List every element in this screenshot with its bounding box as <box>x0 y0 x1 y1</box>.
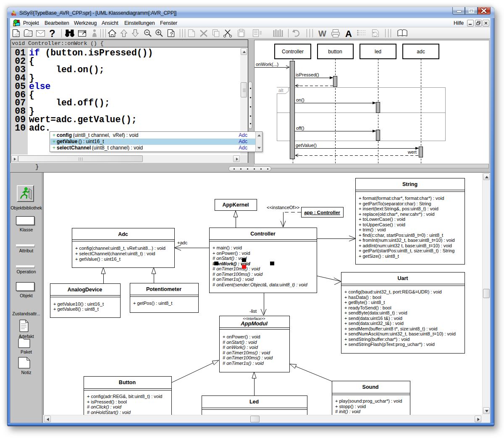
svg-text:+ format(format:char*, format:: + format(format:char*, format:char*) : v… <box>359 196 444 201</box>
svg-text:# onEvent(sender:Object&, data: # onEvent(sender:Object&, data:uint8_t) … <box>213 282 308 287</box>
svg-text:# onTimer10ms() : void: # onTimer10ms() : void <box>223 350 270 355</box>
svg-text:+ readyToSend() : bool: + readyToSend() : bool <box>344 305 391 310</box>
svg-text:led: led <box>375 49 381 55</box>
svg-text:off(): off() <box>296 126 304 131</box>
svg-text:+ getValue8() : uint8_t: + getValue8() : uint8_t <box>53 306 99 312</box>
svg-text:alt: alt <box>278 88 284 93</box>
svg-text:# onTimer1s() : void: # onTimer1s() : void <box>223 361 264 366</box>
svg-text:getValue(): getValue() <box>296 143 317 148</box>
svg-text:+ insert(text:String&, pos:uin: + insert(text:String&, pos:uint8_t) : vo… <box>359 206 438 211</box>
svg-text:AnalogDevice: AnalogDevice <box>68 287 102 293</box>
svg-text:AppKernel: AppKernel <box>222 202 249 208</box>
svg-text:Controller: Controller <box>282 49 304 55</box>
svg-text:+ getValue() : uint16_t: + getValue() : uint16_t <box>75 257 121 262</box>
svg-text:+ getSize() : uint8_t: + getSize() : uint8_t <box>359 254 399 259</box>
svg-text:+ fromInt(num:uint32_t, base:u: + fromInt(num:uint32_t, base:uint8_t=10)… <box>359 238 455 243</box>
svg-text:+ selectChannel(channel:uint8_: + selectChannel(channel:uint8_t) : void <box>75 251 155 256</box>
svg-text:+ toUpperCase() : void: + toUpperCase() : void <box>359 222 405 227</box>
svg-text:# onHoldStart() : void: # onHoldStart() : void <box>87 410 131 415</box>
svg-text:+ addInt(num:uint32 t, base:u: + addInt(num:uint32 t, base:uint8_t=10) … <box>359 243 452 248</box>
svg-text:Adc: Adc <box>118 231 128 237</box>
svg-text:AppModul: AppModul <box>240 320 268 327</box>
svg-text:+ send(data:uint16 t&) : void: + send(data:uint16 t&) : void <box>344 316 402 321</box>
svg-text:A: A <box>345 29 352 39</box>
svg-text:# onWork() : void: # onWork() : void <box>223 345 258 350</box>
svg-text:Uart: Uart <box>397 275 408 281</box>
svg-text:wert: wert <box>407 149 417 155</box>
svg-text:+ getValue10() : uint16_t: + getValue10() : uint16_t <box>53 301 104 306</box>
svg-text:+ toLowerCase() : void: + toLowerCase() : void <box>359 217 405 222</box>
svg-text:+ config(adr:REG&, bit:uint8_t: + config(adr:REG&, bit:uint8_t) : void <box>87 394 162 399</box>
svg-text:+ isPressed() : bool: + isPressed() : bool <box>87 399 127 404</box>
svg-text:-list: -list <box>249 309 257 314</box>
svg-text:+ replace(old:char*, new:cahr*: + replace(old:char*, new:cahr*) : void <box>359 212 435 217</box>
svg-text:+ main() : void: + main() : void <box>213 245 242 250</box>
svg-text:W: W <box>318 29 326 38</box>
svg-text:<<Interface>>: <<Interface>> <box>243 317 265 321</box>
svg-text:Potentiometer: Potentiometer <box>146 286 181 292</box>
svg-text:+ sendString(buffer:char*) : v: + sendString(buffer:char*) : void <box>344 337 410 342</box>
svg-text:Button: Button <box>119 380 136 385</box>
svg-text:+ find(c:char, startPos:uint8_: + find(c:char, startPos:uint8_t=0) : uin… <box>359 233 443 238</box>
svg-text:+ play(sound:prog_uchar*) : vo: + play(sound:prog_uchar*) : void <box>335 398 402 403</box>
svg-text:onWork(...): onWork(...) <box>256 62 278 67</box>
svg-text:+ hasData() : bool: + hasData() : bool <box>344 295 381 300</box>
svg-text:+ sendMem(buffer:uint8 t*, si: + sendMem(buffer:uint8 t*, size:uint8_t)… <box>344 326 437 331</box>
svg-text:isPressed(): isPressed() <box>296 72 319 77</box>
svg-text:adc: adc <box>417 49 425 55</box>
svg-text:Led: Led <box>249 399 259 405</box>
svg-text:+ getPart(startPos:uint8_t, si: + getPart(startPos:uint8_t, size:uint8_t… <box>359 248 454 253</box>
svg-text:+ sendStringFlash(pText:prog_u: + sendStringFlash(pText:prog_uchar*) : v… <box>344 342 435 347</box>
svg-text:# init() : void: # init() : void <box>335 409 361 414</box>
svg-text:# onTimer100ms() : void: # onTimer100ms() : void <box>213 272 263 277</box>
svg-text:+ sendNumAscii(num:uint32_t, b: + sendNumAscii(num:uint32_t, base:uint8_… <box>344 331 456 336</box>
svg-text:+ getPos() : uint8_t: + getPos() : uint8_t <box>133 301 172 306</box>
svg-text:?: ? <box>170 31 173 37</box>
svg-text:Controller: Controller <box>250 231 276 237</box>
svg-text:+ getByte() : uint8_t: + getByte() : uint8_t <box>344 300 385 305</box>
svg-text:app : Controller: app : Controller <box>304 210 340 215</box>
svg-text:+ getPartTo(separator:char) :: + getPartTo(separator:char) : String <box>359 201 431 206</box>
svg-text:<<instanceOf>>: <<instanceOf>> <box>267 205 299 210</box>
svg-text:+ send(data:uint32_t&) : void: + send(data:uint32_t&) : void <box>344 321 404 326</box>
svg-text:?: ? <box>49 28 55 39</box>
svg-text:+ config(channel:uint8_t, vRef: + config(channel:uint8_t, vRef:unit8...)… <box>75 246 165 251</box>
svg-text:# onStart() : void: # onStart() : void <box>213 256 247 261</box>
svg-text:# onTimer100ms() : void: # onTimer100ms() : void <box>223 355 273 360</box>
svg-text:+ config(baud:uint32_t, port:R: + config(baud:uint32_t, port:REG&=UDR) :… <box>344 289 442 294</box>
svg-text:Sound: Sound <box>362 384 379 390</box>
svg-text:# onTimer10ms() : void: # onTimer10ms() : void <box>213 266 260 271</box>
svg-text:# onClick() : void: # onClick() : void <box>87 404 122 409</box>
svg-text:+ onPower() : void: + onPower() : void <box>223 334 260 339</box>
svg-text:# onTimer1s() : void: # onTimer1s() : void <box>213 277 254 282</box>
svg-text:+ trim() : void: + trim() : void <box>359 227 386 232</box>
svg-text:+ stopp() : void: + stopp() : void <box>335 404 366 409</box>
svg-text:String: String <box>402 181 417 187</box>
svg-text:+adc: +adc <box>177 240 188 245</box>
svg-text:on(): on() <box>296 97 304 102</box>
svg-text:button: button <box>328 49 342 55</box>
svg-text:# onStart() : void: # onStart() : void <box>223 340 257 345</box>
svg-text:+ onPower() : void: + onPower() : void <box>213 251 250 256</box>
svg-text:+ sendByte(data:uint8_t) : voi: + sendByte(data:uint8_t) : void <box>344 310 407 315</box>
